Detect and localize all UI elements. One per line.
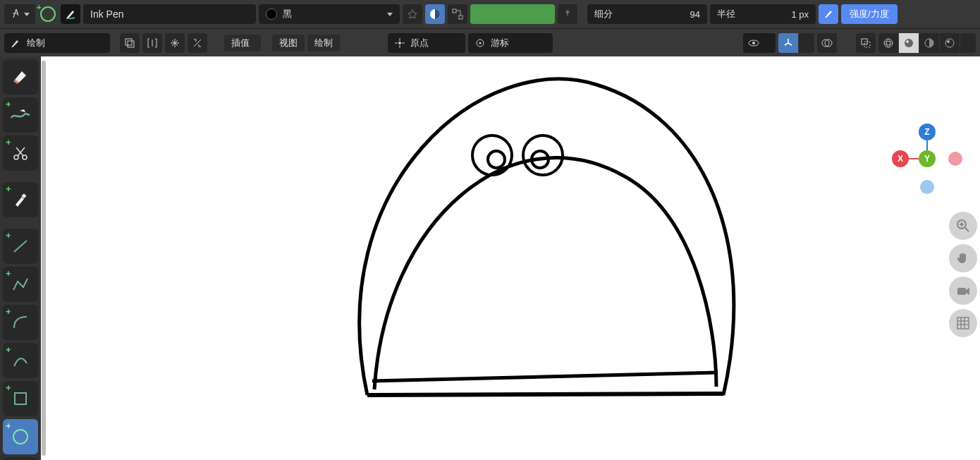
svg-line-29 [372,373,718,381]
curve-tool[interactable]: + [3,343,38,378]
snap-menu[interactable] [4,4,35,24]
cutter-tool[interactable]: + [3,135,38,171]
gizmo-axis-x[interactable]: X [892,150,909,167]
strength-button[interactable]: 强度/力度 [841,4,898,24]
zoom-icon [955,218,971,234]
eraser-tool[interactable] [3,59,38,95]
draw-menu[interactable]: 绘制 [307,35,340,52]
view-controls [949,212,977,337]
box-icon [11,389,30,408]
camera-button[interactable] [949,277,977,305]
diag-arrows-icon [192,37,203,49]
line-tool[interactable]: + [3,229,38,264]
gizmo-axis-y[interactable]: Y [919,150,936,167]
arc-icon [11,313,30,332]
gizmo-group [778,33,814,53]
zoom-button[interactable] [949,212,977,240]
fill-tool[interactable]: + [3,97,38,133]
plus-icon: + [6,421,11,430]
brush-name-field[interactable]: Ink Pen [83,4,256,24]
plus-icon: + [6,138,11,147]
plus-icon: + [6,184,11,193]
xray-btn[interactable] [856,33,876,53]
color-swatch [266,8,277,20]
svg-point-17 [905,39,913,47]
pin2-button[interactable] [558,4,577,24]
gizmo-btn[interactable] [778,33,798,53]
color-bar[interactable] [470,4,555,24]
shading-rendered[interactable] [940,33,960,53]
origin-selector[interactable]: 原点 [388,33,465,53]
svg-point-20 [945,39,954,47]
overlay-drop[interactable] [838,33,853,53]
box-tool[interactable]: + [3,381,38,416]
color-field[interactable]: 黑 [259,4,400,24]
gizmo-axis-z[interactable]: Z [919,123,936,140]
grid-button[interactable] [949,309,977,337]
cursor-selector[interactable]: 游标 [468,33,553,53]
nav-gizmo[interactable]: Z X Y [892,123,962,194]
brush-name-text: Ink Pen [90,8,123,20]
svg-point-15 [884,41,893,44]
circle-icon [11,427,30,447]
viewport[interactable]: Z X Y [47,56,980,460]
draw-label: 绘制 [314,37,333,49]
eyedropper-tool[interactable]: + [3,182,38,217]
overlay-btn[interactable] [817,33,837,53]
cursor-icon [475,38,485,48]
cursor-label: 游标 [491,37,509,49]
view-menu[interactable]: 视图 [272,35,305,52]
interp-menu[interactable]: 插值 [224,35,261,52]
circle-tool[interactable]: + [3,419,38,454]
overlap-circles-icon [821,37,833,49]
hierarchy-icon [452,8,463,20]
arc-tool[interactable]: + [3,305,38,340]
scrollbar-thumb[interactable] [42,61,46,456]
brush-thumbnail[interactable] [61,4,80,24]
radius-field[interactable]: 半径 1 px [710,4,816,24]
shading-material[interactable] [919,33,939,53]
gizmo-neg-z[interactable] [920,180,934,194]
mode-label: 绘制 [27,37,45,49]
plus-icon: + [37,3,41,11]
subdiv-label: 细分 [594,8,613,20]
pan-button[interactable] [949,244,977,272]
mode-texture-button[interactable] [448,4,467,24]
pressure-button[interactable] [819,4,838,24]
overlap-btn1[interactable] [120,33,140,53]
scissors-icon [12,145,29,162]
gizmo-drop[interactable] [799,33,814,53]
svg-point-7 [479,42,482,44]
shading-solid[interactable] [899,33,919,53]
camera-icon [955,283,971,298]
visibility-selector[interactable] [743,33,776,53]
overlap-btn3[interactable] [165,33,185,53]
pen-pressure-icon [823,8,834,20]
annotate-tool[interactable] [3,457,38,460]
rect-icon [124,37,135,49]
gizmo-neg-x[interactable] [948,152,962,166]
svg-point-16 [887,39,890,47]
mode-selector[interactable]: 绘制 [4,33,110,53]
svg-rect-26 [15,393,26,404]
mode-color-button[interactable] [425,4,445,24]
shading-group [878,33,976,53]
subdiv-field[interactable]: 细分 94 [587,4,707,24]
line-icon [11,236,30,256]
overlap-btn2[interactable] [142,33,162,53]
drawing-content [47,56,822,452]
svg-rect-3 [125,39,132,45]
xray-icon [860,37,871,49]
overlap-btn4[interactable] [188,33,207,53]
shading-wireframe[interactable] [878,33,898,53]
polyline-tool[interactable]: + [3,267,38,302]
polyline-icon [11,274,30,294]
pin-button[interactable] [403,4,422,24]
brush-preview[interactable]: + [38,4,58,24]
chevron-down-icon [24,13,30,16]
shading-drop[interactable] [960,33,976,53]
svg-line-25 [14,241,27,252]
shelf-scrollbar[interactable] [41,56,47,460]
render-sphere-icon [944,37,955,49]
snowflake-icon [169,37,180,49]
